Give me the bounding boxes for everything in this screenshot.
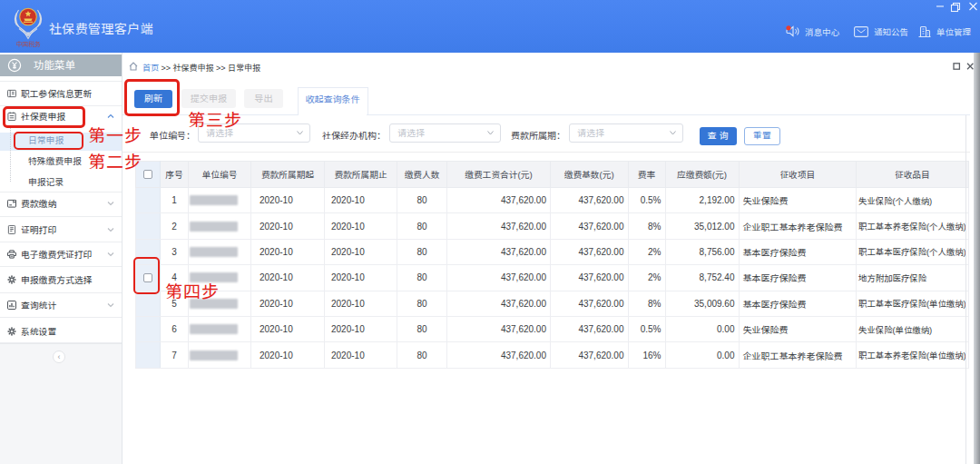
svg-text:中国税务: 中国税务 [15, 39, 40, 48]
